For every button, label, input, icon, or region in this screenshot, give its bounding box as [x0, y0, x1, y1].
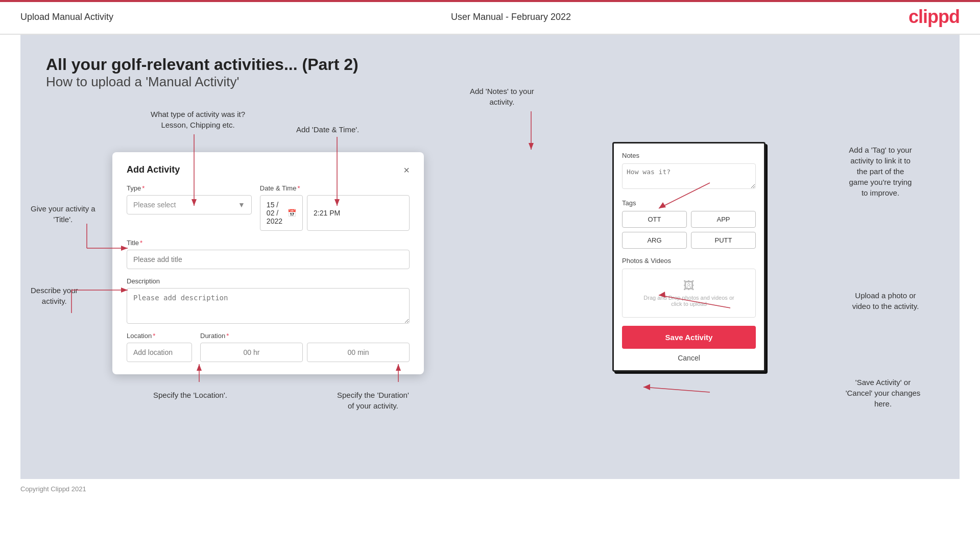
- svg-line-20: [643, 387, 710, 392]
- footer: Copyright Clippd 2021: [0, 479, 980, 499]
- datetime-label: Date & Time*: [260, 184, 410, 192]
- annotation-save: 'Save Activity' or 'Cancel' your changes…: [819, 377, 947, 409]
- title-group: Title*: [127, 239, 410, 269]
- calendar-icon: 📅: [288, 209, 296, 217]
- annotation-describe: Describe your activity.: [31, 285, 78, 306]
- photo-icon: 🖼: [627, 279, 751, 293]
- photos-section-label: Photos & Videos: [622, 257, 756, 265]
- logo: clippd: [909, 6, 960, 28]
- title-input[interactable]: [127, 250, 410, 269]
- svg-marker-15: [529, 143, 534, 150]
- type-datetime-row: Type* Please select ▼ Date & Time* 15 / …: [127, 184, 410, 231]
- type-placeholder: Please select: [133, 201, 176, 209]
- description-textarea[interactable]: [127, 288, 410, 324]
- date-value: 15 / 02 / 2022: [267, 201, 282, 225]
- tag-app[interactable]: APP: [691, 211, 756, 228]
- annotation-upload: Upload a photo or video to the activity.: [824, 290, 947, 312]
- chevron-down-icon: ▼: [238, 201, 245, 209]
- phone-panel: Notes Tags OTT APP ARG PUTT Photos & Vid…: [612, 142, 766, 372]
- type-group: Type* Please select ▼: [127, 184, 252, 231]
- duration-group: Duration*: [200, 332, 410, 362]
- annotation-tag: Add a 'Tag' to your activity to link it …: [817, 145, 944, 198]
- type-label: Type*: [127, 184, 252, 192]
- description-label: Description: [127, 277, 410, 285]
- tag-putt[interactable]: PUTT: [691, 232, 756, 249]
- top-bar: Upload Manual Activity User Manual - Feb…: [0, 0, 980, 35]
- duration-min-input[interactable]: [307, 343, 410, 362]
- save-activity-button[interactable]: Save Activity: [622, 326, 756, 349]
- annotation-what-type: What type of activity was it? Lesson, Ch…: [151, 109, 245, 130]
- modal-title: Add Activity: [127, 164, 180, 175]
- photos-upload-area[interactable]: 🖼 Drag and Drop photos and videos or cli…: [622, 269, 756, 318]
- notes-section-label: Notes: [622, 152, 756, 159]
- page-heading: All your golf-relevant activities... (Pa…: [46, 55, 934, 90]
- annotation-notes: Add 'Notes' to your activity.: [470, 86, 534, 107]
- location-label: Location*: [127, 332, 192, 340]
- duration-hr-input[interactable]: [200, 343, 303, 362]
- annotation-location: Specify the 'Location'.: [153, 390, 227, 400]
- photos-upload-text: Drag and Drop photos and videos or click…: [627, 295, 751, 307]
- page-title-left: Upload Manual Activity: [20, 12, 113, 22]
- title-label: Title*: [127, 239, 410, 247]
- notes-textarea[interactable]: [622, 163, 756, 189]
- date-time-inputs: 15 / 02 / 2022 📅: [260, 195, 410, 231]
- duration-inputs: [200, 343, 410, 362]
- annotation-give-title: Give your activity a 'Title'.: [31, 203, 95, 225]
- description-group: Description: [127, 277, 410, 324]
- modal-header: Add Activity ×: [127, 164, 410, 175]
- main-content: All your golf-relevant activities... (Pa…: [20, 35, 960, 479]
- annotation-duration: Specify the 'Duration' of your activity.: [337, 390, 409, 411]
- svg-marker-21: [643, 384, 650, 390]
- location-group: Location*: [127, 332, 192, 362]
- tags-grid: OTT APP ARG PUTT: [622, 211, 756, 249]
- time-input[interactable]: [307, 195, 410, 231]
- annotation-date-time: Add 'Date & Time'.: [296, 124, 359, 135]
- datetime-group: Date & Time* 15 / 02 / 2022 📅: [260, 184, 410, 231]
- page-title-center: User Manual - February 2022: [451, 12, 571, 22]
- duration-label: Duration*: [200, 332, 410, 340]
- location-duration-row: Location* Duration*: [127, 332, 410, 362]
- cancel-link[interactable]: Cancel: [622, 354, 756, 362]
- location-input[interactable]: [127, 343, 192, 362]
- add-activity-modal: Add Activity × Type* Please select ▼ Dat…: [112, 152, 424, 374]
- tag-ott[interactable]: OTT: [622, 211, 687, 228]
- type-select[interactable]: Please select ▼: [127, 195, 252, 214]
- heading-bold: All your golf-relevant activities... (Pa…: [46, 55, 934, 74]
- copyright-text: Copyright Clippd 2021: [20, 485, 86, 493]
- date-input[interactable]: 15 / 02 / 2022 📅: [260, 195, 303, 231]
- modal-close-button[interactable]: ×: [403, 165, 410, 175]
- tag-arg[interactable]: ARG: [622, 232, 687, 249]
- tags-section-label: Tags: [622, 199, 756, 207]
